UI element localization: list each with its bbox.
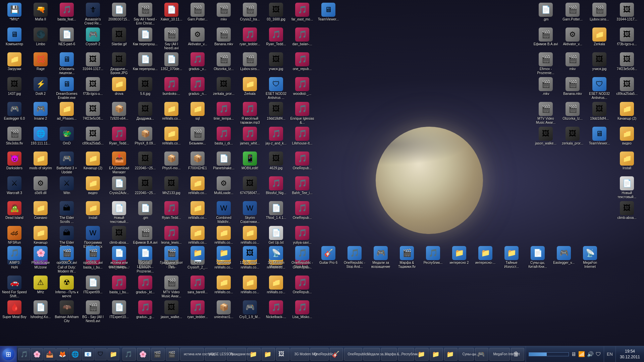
desktop-icon[interactable]: 📦7z920-x64...: [106, 101, 132, 125]
taskbar-app-item[interactable]: MegaFon Internet: [489, 348, 509, 361]
desktop-icon[interactable]: 📡MegaFon Internet: [577, 245, 603, 269]
desktop-icon[interactable]: 📁Install: [614, 150, 640, 175]
tray-volume-icon[interactable]: 🔊: [587, 351, 594, 357]
desktop-icon[interactable]: 📁reWalls.co...: [158, 101, 184, 125]
desktop-icon[interactable]: 🩸Super Meat Boy: [1, 299, 28, 324]
desktop-icon[interactable]: 🖼jason_walke...: [533, 125, 559, 150]
taskbar-app-item[interactable]: OneRepublic...: [310, 348, 328, 361]
desktop-icon[interactable]: 🖼674758047...: [237, 175, 263, 200]
desktop-icon[interactable]: 🖼c89ca25da5...: [80, 125, 106, 150]
desktop-icon[interactable]: 🎬StivJobs.flv: [1, 125, 28, 150]
desktop-icon[interactable]: 🎵Я весёлый таракан.mp3: [237, 101, 263, 125]
desktop-icon[interactable]: 🎵gradus-_n...: [184, 76, 211, 101]
desktop-icon[interactable]: 🦇Batman Arkham City: [54, 299, 80, 324]
desktop-icon[interactable]: 🖼учися.jpg: [586, 51, 612, 76]
taskbar-app-item[interactable]: 🖼: [276, 348, 289, 361]
desktop-icon[interactable]: 🎬Banana.mkv: [559, 76, 586, 101]
desktop-icon[interactable]: 📁reWalls.co...: [211, 274, 237, 299]
desktop-icon[interactable]: 🎬BG - Say (All I Need).avi: [80, 299, 106, 324]
desktop-icon[interactable]: 🖼zerkala_pror...: [211, 76, 237, 101]
desktop-icon[interactable]: 🚗Need For Speed Shift...: [1, 274, 28, 299]
desktop-icon[interactable]: 🎬Ljubov.sins...: [237, 51, 263, 76]
desktop-icon[interactable]: 🎵bumboks-...: [158, 76, 184, 101]
desktop-icon[interactable]: 🖼f73b-tgcs-u...: [80, 76, 106, 101]
desktop-icon[interactable]: 📄Ishodnyj.Ko...: [28, 299, 54, 324]
desktop-icon[interactable]: 🎬MTV Video Music Awar...: [533, 101, 559, 125]
desktop-icon[interactable]: 📦PhysX_8.09...: [132, 125, 158, 150]
desktop-icon[interactable]: 🎵gradus-_g...: [132, 299, 158, 324]
desktop-icon[interactable]: 🎮Battlefield 3 + Update: [54, 150, 80, 175]
desktop-icon[interactable]: 📄Planetshake...: [211, 150, 237, 175]
desktop-icon[interactable]: 🌐193.111.11...: [28, 125, 54, 150]
desktop-icon[interactable]: 🧟Dead Island: [1, 200, 28, 225]
desktop-icon[interactable]: 📁Скачано: [28, 200, 54, 225]
desktop-icon[interactable]: 🔫Mafia II: [28, 1, 54, 26]
desktop-icon[interactable]: 📥EA Download Manager: [106, 150, 132, 175]
desktop-icon[interactable]: 🎵ryan_tedder...: [184, 299, 211, 324]
desktop-icon[interactable]: 🎵gradus-_kt...: [132, 274, 158, 299]
desktop-icon[interactable]: 🎵Nickelback-...: [263, 299, 289, 324]
tray-network-icon[interactable]: 📶: [578, 351, 585, 357]
desktop-icon[interactable]: 📁reWalls.co...: [158, 125, 184, 150]
desktop-icon[interactable]: 📄ITExpert10...: [106, 299, 132, 324]
taskbar-app-item[interactable]: VOISE LESSON...: [205, 348, 226, 361]
desktop-icon[interactable]: 🖼4629.jpg: [263, 150, 289, 175]
desktop-icon[interactable]: 🎬Crysis2_tra...: [237, 1, 263, 26]
desktop-icon[interactable]: 🖥Обновить лицензи...: [54, 51, 80, 76]
desktop-icon[interactable]: 📡3G Modem Manager: [263, 245, 289, 269]
desktop-icon[interactable]: 📄2008030715...: [106, 1, 132, 26]
language-indicator[interactable]: EN: [604, 346, 615, 362]
desktop-icon[interactable]: 🎮Insane 2: [28, 101, 54, 125]
desktop-icon[interactable]: 📁reWalls.co...: [184, 200, 211, 225]
desktop-icon[interactable]: 🎬Say (All I Need).avi: [158, 26, 184, 51]
desktop-icon[interactable]: 🖼74f23e5c08...: [80, 101, 106, 125]
desktop-icon[interactable]: 🎬Ефимов B.A.avi: [533, 26, 559, 51]
desktop-icon[interactable]: 📁Zerkala: [237, 76, 263, 101]
desktop-icon[interactable]: 📄Как перепрош...: [132, 51, 158, 76]
desktop-icon[interactable]: 🖼222040-~25...: [132, 150, 158, 175]
desktop-icon[interactable]: 🖥TeamViewer...: [586, 125, 612, 150]
taskbar-app-item[interactable]: 🎬: [166, 348, 179, 361]
desktop-icon[interactable]: 📁интересно-...: [472, 245, 498, 269]
desktop-icon[interactable]: 📁ad_Phases...: [54, 101, 80, 125]
desktop-icon[interactable]: 📄Xaker_10.11...: [158, 1, 184, 26]
desktop-icon[interactable]: 🎵AIMP3: [1, 245, 28, 269]
taskbar-firefox[interactable]: 🦊: [56, 348, 68, 360]
desktop-icon[interactable]: 🌸PhotoScape: [28, 245, 54, 269]
taskbar-app-item[interactable]: 🎵: [122, 348, 136, 361]
desktop-icon[interactable]: 🎬Say All I Need - Erin Christ...: [132, 1, 158, 26]
desktop-icon[interactable]: 👿Darksiders: [1, 150, 28, 175]
desktop-icon[interactable]: 🎵OneRepub...: [289, 150, 315, 175]
desktop-icon[interactable]: 🎬Garn.Potter...: [559, 1, 586, 26]
start-button[interactable]: ⊞: [0, 346, 17, 362]
desktop-icon[interactable]: 📄TNod_1.4.1...: [263, 200, 289, 225]
desktop-icon[interactable]: 🎬MTV Video Music Awar...: [158, 274, 184, 299]
desktop-icon[interactable]: 🎵james_whit...: [237, 125, 263, 150]
desktop-icon[interactable]: 🖼1437.jpg: [1, 76, 28, 101]
desktop-icon[interactable]: 🎬Марфа & Таджики.flv: [394, 245, 420, 269]
taskbar-app-item[interactable]: 📁: [444, 348, 458, 361]
desktop-icon[interactable]: WCombined Walkthr..: [211, 200, 237, 225]
desktop-icon[interactable]: 🖼74f23e5c08...: [614, 51, 640, 76]
desktop-icon[interactable]: 🖼11-10_vista...: [237, 245, 263, 269]
desktop-icon[interactable]: 🖼учися.jpg: [263, 51, 289, 76]
desktop-icon[interactable]: 🛡ESET NOD32 Antivirus ...: [263, 76, 289, 101]
desktop-icon[interactable]: 🎮Eastegger 6.0: [1, 101, 28, 125]
taskbar-app-item[interactable]: 🌸: [137, 348, 150, 361]
tray-teamviewer-icon[interactable]: 🖥: [571, 351, 576, 357]
desktop-icon[interactable]: 🎬Obzorka_Iz...: [559, 101, 586, 125]
desktop-icon[interactable]: 🗡Assassin's Creed Re...: [80, 1, 106, 26]
desktop-icon[interactable]: 📄NES-part-6: [54, 26, 80, 51]
desktop-icon[interactable]: 📱MOBILedit!: [237, 150, 263, 175]
taskbar-app-item[interactable]: 📁: [430, 348, 443, 361]
taskbar-app-item[interactable]: Граждани поэт...: [227, 348, 247, 361]
desktop-icon[interactable]: 🖼19dd18df4...: [263, 101, 289, 125]
desktop-icon[interactable]: 🖥DreamScenes Enabler.exe: [54, 76, 80, 101]
desktop-icon[interactable]: 📁C++: [184, 245, 211, 269]
desktop-icon[interactable]: 📁Загрузки: [1, 51, 28, 76]
desktop-icon[interactable]: 🖼zerkala_pror...: [559, 125, 586, 150]
desktop-icon[interactable]: 🎵tinie_tempa...: [211, 101, 237, 125]
taskbar-app-item[interactable]: 📁: [415, 348, 429, 361]
desktop-icon[interactable]: 🎮Cry3_1.9_M...: [237, 299, 263, 324]
desktop-icon[interactable]: 🎮Eastegger_v...: [551, 245, 577, 269]
